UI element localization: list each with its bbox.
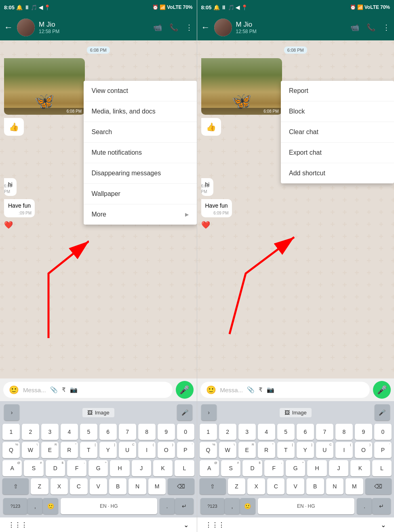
emoji-input-icon-right[interactable]: 🙂 [206, 385, 216, 395]
avatar-left[interactable] [17, 19, 35, 36]
key-9[interactable]: 9 [158, 424, 175, 440]
video-call-icon-right[interactable]: 📹 [350, 23, 359, 32]
key-f-r[interactable]: F- [264, 460, 284, 476]
more-options-icon[interactable]: ⋮ [185, 23, 193, 32]
key-x[interactable]: X [51, 478, 68, 494]
key-e[interactable]: ER [41, 442, 59, 458]
key-q[interactable]: Q% [2, 442, 20, 458]
menu-item-wallpaper[interactable]: Wallpaper [84, 184, 197, 204]
key-s[interactable]: S# [24, 460, 43, 476]
key-b[interactable]: B [109, 478, 126, 494]
image-bubble-right[interactable]: 6:08 PM [201, 58, 282, 115]
key-m[interactable]: M [148, 478, 166, 494]
camera-icon[interactable]: 📷 [70, 386, 78, 393]
key-0-r[interactable]: 0 [374, 424, 392, 440]
shift-key[interactable]: ⇧ [2, 478, 29, 494]
message-input-right[interactable]: 🙂 Messa... 📎 ₹ 📷 [200, 382, 370, 398]
key-b-r[interactable]: B [306, 478, 324, 494]
key-t-r[interactable]: T[ [277, 442, 295, 458]
key-w[interactable]: W\ [22, 442, 39, 458]
key-3-r[interactable]: 3 [238, 424, 256, 440]
key-4[interactable]: 4 [61, 424, 78, 440]
key-d[interactable]: D$ [46, 460, 65, 476]
key-j[interactable]: J [132, 460, 151, 476]
key-6[interactable]: 6 [99, 424, 117, 440]
rupee-icon[interactable]: ₹ [62, 386, 66, 393]
more-options-icon-right[interactable]: ⋮ [383, 23, 390, 32]
key-7-r[interactable]: 7 [316, 424, 333, 440]
key-u-r[interactable]: UC [316, 442, 333, 458]
key-y[interactable]: Y] [99, 442, 117, 458]
avatar-right[interactable] [214, 19, 232, 36]
space-key-right[interactable]: EN · HG [258, 498, 355, 514]
key-t[interactable]: T[ [80, 442, 97, 458]
key-e-r[interactable]: ER [238, 442, 256, 458]
key-k-r[interactable]: K [350, 460, 370, 476]
key-k[interactable]: K [153, 460, 173, 476]
mic-button[interactable]: 🎤 [176, 381, 194, 399]
key-i[interactable]: I( [138, 442, 156, 458]
key-1-r[interactable]: 1 [200, 424, 217, 440]
key-d-r[interactable]: D$ [242, 460, 262, 476]
key-q-r[interactable]: Q% [200, 442, 217, 458]
key-9-r[interactable]: 9 [355, 424, 372, 440]
key-0[interactable]: 0 [177, 424, 194, 440]
period-key[interactable]: . [160, 498, 175, 514]
backspace-key[interactable]: ⌫ [168, 478, 194, 494]
key-o[interactable]: O) [158, 442, 175, 458]
key-y-r[interactable]: Y] [297, 442, 314, 458]
space-key[interactable]: EN · HG [61, 498, 157, 514]
attach-icon-right[interactable]: 📎 [247, 386, 255, 393]
key-z-r[interactable]: Z [228, 478, 246, 494]
key-8-r[interactable]: 8 [335, 424, 353, 440]
emoji-key[interactable]: 🙂 [43, 498, 58, 514]
key-w-r[interactable]: W\ [219, 442, 236, 458]
key-c-r[interactable]: C [267, 478, 285, 494]
image-suggestion[interactable]: 🖼 Image [82, 408, 114, 417]
key-v[interactable]: V [90, 478, 107, 494]
key-1[interactable]: 1 [2, 424, 20, 440]
emoji-key-right[interactable]: 🙂 [240, 498, 255, 514]
grid-icon-right[interactable]: ⋮⋮⋮ [205, 521, 225, 529]
key-s-r[interactable]: S# [221, 460, 240, 476]
menu-item-media[interactable]: Media, links, and docs [84, 101, 197, 122]
key-v-r[interactable]: V [287, 478, 304, 494]
key-g[interactable]: G^ [88, 460, 108, 476]
message-input-left[interactable]: 🙂 Messa... 📎 ₹ 📷 [3, 382, 173, 398]
key-i-r[interactable]: I( [335, 442, 353, 458]
key-p[interactable]: P' [177, 442, 194, 458]
shift-key-right[interactable]: ⇧ [200, 478, 226, 494]
key-5-r[interactable]: 5 [277, 424, 295, 440]
menu-item-more[interactable]: More ▶ [84, 204, 197, 225]
comma-key[interactable]: , [27, 498, 43, 514]
key-8[interactable]: 8 [138, 424, 156, 440]
menu-item-add-shortcut[interactable]: Add shortcut [281, 163, 394, 183]
key-o-r[interactable]: O) [355, 442, 372, 458]
backspace-key-right[interactable]: ⌫ [365, 478, 392, 494]
key-x-r[interactable]: X [247, 478, 265, 494]
menu-item-block[interactable]: Block [281, 101, 394, 122]
key-a-r[interactable]: A@ [200, 460, 219, 476]
chevron-down-icon-right[interactable]: ⌄ [381, 521, 386, 529]
key-2[interactable]: 2 [22, 424, 39, 440]
key-z[interactable]: Z [31, 478, 48, 494]
menu-item-view-contact[interactable]: View contact [84, 81, 197, 101]
video-call-icon[interactable]: 📹 [153, 23, 162, 32]
key-n-r[interactable]: N [326, 478, 344, 494]
enter-key-right[interactable]: ↵ [372, 498, 391, 514]
period-key-right[interactable]: . [357, 498, 372, 514]
num-key[interactable]: ?123 [3, 498, 27, 514]
key-h-r[interactable]: H [307, 460, 327, 476]
mic-button-right[interactable]: 🎤 [373, 381, 391, 399]
back-button[interactable]: ← [4, 22, 13, 33]
key-r-r[interactable]: R" [258, 442, 275, 458]
key-j-r[interactable]: J [329, 460, 348, 476]
menu-item-report[interactable]: Report [281, 81, 394, 101]
image-bubble[interactable]: 6:08 PM [4, 58, 85, 115]
key-r[interactable]: R" [61, 442, 78, 458]
key-2-r[interactable]: 2 [219, 424, 236, 440]
key-f[interactable]: F- [67, 460, 86, 476]
menu-item-clear-chat[interactable]: Clear chat [281, 122, 394, 143]
chevron-down-icon[interactable]: ⌄ [183, 521, 189, 529]
menu-item-disappearing[interactable]: Disappearing messages [84, 163, 197, 184]
